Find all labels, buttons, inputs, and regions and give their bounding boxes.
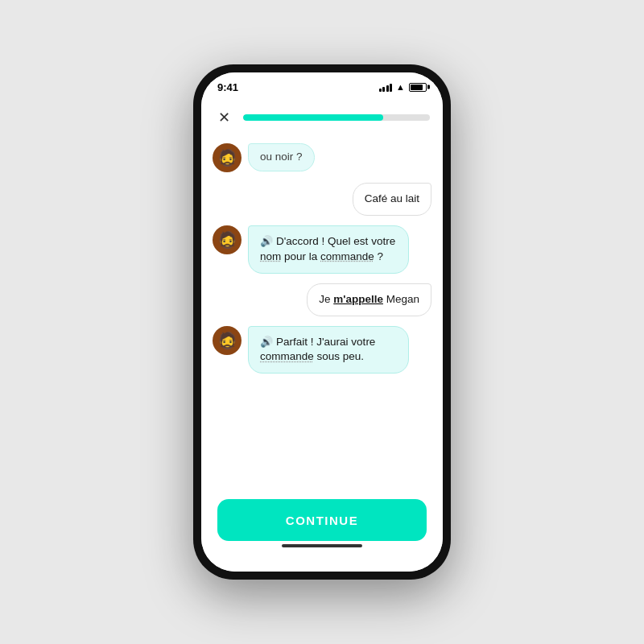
bold-word-mappelle: m'appelle: [333, 293, 383, 305]
phone-frame: 9:41 ▲ ✕ 🧔: [193, 64, 451, 580]
avatar-3: 🧔: [213, 326, 242, 355]
partial-bubble-text: ou noir ?: [260, 151, 303, 163]
wifi-icon: ▲: [396, 82, 405, 92]
home-bar: [282, 544, 362, 547]
avatar-2: 🧔: [213, 225, 242, 254]
user-message-1: Café au lait: [213, 183, 431, 216]
bot-bubble-2: 🔊Parfait ! J'aurai votre commande sous p…: [248, 326, 409, 374]
status-bar: 9:41 ▲: [201, 72, 443, 101]
signal-icon: [379, 82, 393, 92]
lesson-header: ✕: [201, 101, 443, 135]
phone-screen: 9:41 ▲ ✕ 🧔: [201, 72, 443, 572]
battery-icon: [409, 83, 427, 92]
chat-area: 🧔 ou noir ? Café au lait 🧔 🔊D'accord ! Q…: [201, 135, 443, 488]
close-button[interactable]: ✕: [214, 108, 233, 127]
home-indicator: [217, 541, 427, 552]
continue-button[interactable]: CONTINUE: [217, 499, 427, 541]
user-bubble-2: Je m'appelle Megan: [307, 283, 431, 316]
highlighted-word-commande1: commande: [320, 250, 374, 262]
progress-bar-fill: [243, 114, 383, 121]
user-bubble-1-text: Café au lait: [365, 192, 419, 204]
bot-message-2: 🧔 🔊Parfait ! J'aurai votre commande sous…: [213, 326, 431, 374]
status-icons: ▲: [379, 82, 427, 92]
bot-message-1: 🧔 🔊D'accord ! Quel est votre nom pour la…: [213, 225, 431, 274]
highlighted-word-nom: nom: [260, 250, 281, 262]
progress-bar-background: [243, 114, 430, 121]
user-bubble-1: Café au lait: [353, 183, 431, 216]
sound-icon-1[interactable]: 🔊: [260, 234, 273, 249]
user-message-2: Je m'appelle Megan: [213, 283, 431, 316]
partial-message-row: 🧔 ou noir ?: [213, 143, 431, 173]
avatar: 🧔: [213, 143, 242, 172]
sound-icon-2[interactable]: 🔊: [260, 335, 273, 349]
status-time: 9:41: [217, 81, 238, 93]
close-icon: ✕: [218, 110, 230, 125]
partial-bubble: ou noir ?: [248, 143, 315, 171]
user-bubble-2-text: Je m'appelle Megan: [319, 293, 419, 305]
highlighted-word-commande2: commande: [260, 350, 314, 362]
bot-bubble-1: 🔊D'accord ! Quel est votre nom pour la c…: [248, 225, 409, 274]
bottom-bar: CONTINUE: [201, 488, 443, 572]
